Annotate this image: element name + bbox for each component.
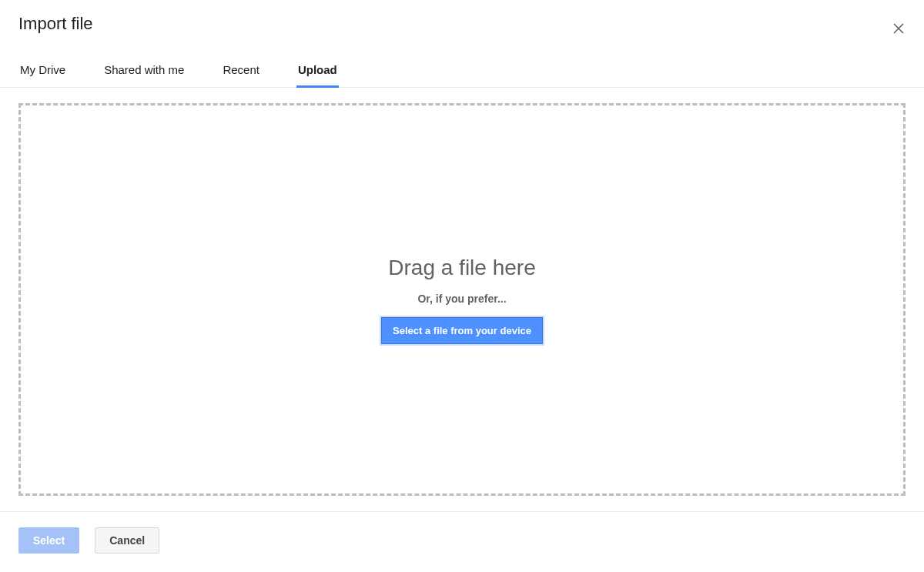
dialog-body: Drag a file here Or, if you prefer... Se… xyxy=(0,88,924,496)
close-icon xyxy=(893,20,904,37)
upload-dropzone[interactable]: Drag a file here Or, if you prefer... Se… xyxy=(18,103,906,496)
tab-recent[interactable]: Recent xyxy=(221,55,261,87)
tab-bar: My Drive Shared with me Recent Upload xyxy=(0,55,924,88)
dropzone-headline: Drag a file here xyxy=(388,256,535,280)
tab-shared-with-me[interactable]: Shared with me xyxy=(102,55,186,87)
select-button[interactable]: Select xyxy=(18,527,79,554)
dialog-header: Import file xyxy=(0,0,924,37)
dialog-footer: Select Cancel xyxy=(0,511,924,572)
dropzone-subtext: Or, if you prefer... xyxy=(417,293,506,305)
tab-upload[interactable]: Upload xyxy=(296,55,339,87)
import-file-dialog: Import file My Drive Shared with me Rece… xyxy=(0,0,924,572)
dialog-title: Import file xyxy=(18,14,906,34)
tab-my-drive[interactable]: My Drive xyxy=(18,55,67,87)
close-button[interactable] xyxy=(892,22,906,35)
select-file-button[interactable]: Select a file from your device xyxy=(381,317,543,344)
cancel-button[interactable]: Cancel xyxy=(95,527,159,554)
